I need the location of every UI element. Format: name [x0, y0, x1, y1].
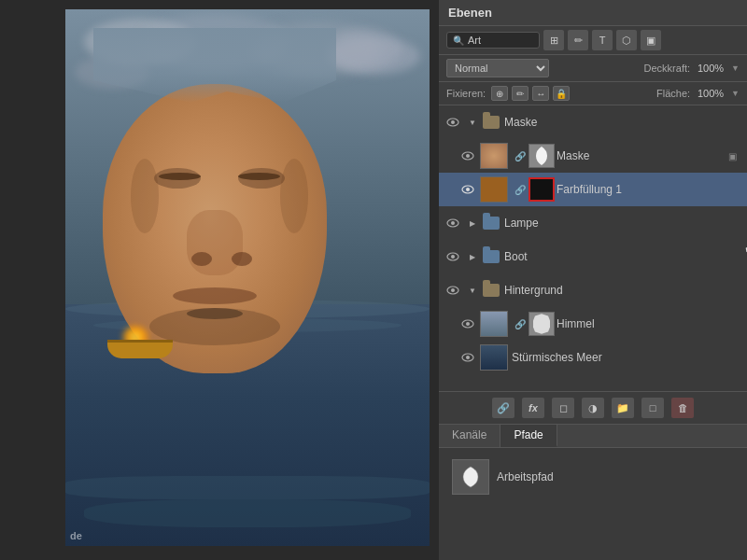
adjust-bottom-btn[interactable]: ◑ [582, 398, 604, 418]
layer-farbfullung-name: Farbfüllung 1 [557, 183, 741, 196]
fix-icon-all[interactable]: 🔒 [553, 86, 570, 101]
layer-farbfullung[interactable]: 🔗 Farbfüllung 1 [439, 173, 747, 206]
expand-maske[interactable]: ▼ [465, 115, 480, 130]
link-bottom-btn[interactable]: 🔗 [492, 398, 514, 418]
canvas-image: de [65, 9, 430, 546]
tab-pfade[interactable]: Pfade [500, 425, 557, 447]
layer-maske-sub-name: Maske [557, 149, 723, 162]
layers-panel: Ebenen 🔍 ⊞ ✏ T ⬡ ▣ Normal Deckkraft: 100… [439, 0, 747, 560]
search-box[interactable]: 🔍 [446, 32, 540, 49]
eye-himmel[interactable] [459, 315, 476, 332]
meer-thumb [480, 344, 508, 371]
giant-head [93, 28, 336, 373]
chain-maske-sub: 🔗 [514, 149, 527, 162]
maske-sub-thumb [480, 143, 508, 169]
search-input[interactable] [468, 35, 524, 46]
layers-toolbar: 🔍 ⊞ ✏ T ⬡ ▣ [439, 26, 747, 55]
layer-hintergrund-name: Hintergrund [504, 284, 741, 297]
expand-boot[interactable]: ▶ [465, 249, 480, 264]
chain-farbfullung: 🔗 [514, 183, 527, 196]
folder-boot-icon [482, 249, 500, 264]
flache-value: 100% [696, 88, 724, 99]
canvas-area: de [0, 0, 439, 560]
watermark: de [70, 530, 82, 541]
panel-tabs: Kanäle Pfade [439, 424, 747, 448]
pfade-panel: Arbeitspfad [439, 448, 747, 560]
layer-boot-group[interactable]: ▶ Boot ↖ [439, 240, 747, 273]
search-icon: 🔍 [453, 35, 464, 46]
tab-kanale[interactable]: Kanäle [439, 425, 500, 447]
flache-label: Fläche: [656, 88, 690, 99]
panel-title: Ebenen [439, 0, 747, 26]
svg-point-9 [451, 255, 455, 259]
folder-lampe-icon [482, 216, 500, 231]
opacity-value: 100% [696, 63, 724, 74]
mouse-cursor: ↖ [742, 241, 747, 260]
expand-hintergrund[interactable]: ▼ [465, 283, 480, 298]
fix-icon-move[interactable]: ⊕ [491, 86, 508, 101]
farbfullung-color-thumb [480, 176, 508, 203]
eye-boot[interactable] [444, 248, 461, 265]
svg-point-1 [451, 120, 455, 124]
opacity-label: Deckkraft: [644, 63, 691, 74]
layer-lampe-name: Lampe [504, 217, 741, 230]
chain-himmel: 🔗 [514, 317, 527, 330]
layer-himmel-name: Himmel [557, 317, 741, 330]
eye-farbfullung[interactable] [459, 181, 476, 198]
delete-layer-btn[interactable]: 🗑 [671, 398, 694, 418]
eye-maske-sub[interactable] [459, 147, 476, 164]
layer-meer-name: Stürmisches Meer [512, 351, 741, 364]
blend-opacity-row: Normal Deckkraft: 100% ▼ [439, 55, 747, 82]
arbeitspfad-thumb [452, 459, 489, 495]
path-item-arbeitspfad[interactable]: Arbeitspfad [446, 455, 740, 498]
layer-meer[interactable]: Stürmisches Meer [439, 341, 747, 374]
fixieren-row: Fixieren: ⊕ ✏ ↔ 🔒 Fläche: 100% ▼ [439, 82, 747, 105]
icon-btn-3[interactable]: T [592, 30, 613, 50]
fix-icons-group: ⊕ ✏ ↔ 🔒 [491, 86, 570, 101]
layer-himmel[interactable]: 🔗 Himmel [439, 307, 747, 341]
layer-maske-name: Maske [504, 116, 741, 129]
himmel-mask [529, 312, 555, 336]
arbeitspfad-name: Arbeitspfad [497, 470, 554, 483]
layer-lampe-group[interactable]: ▶ Lampe [439, 206, 747, 240]
layers-list[interactable]: ▼ Maske 🔗 Maske [439, 105, 747, 391]
folder-hintergrund-icon [482, 283, 500, 298]
folder-bottom-btn[interactable]: 📁 [612, 398, 634, 418]
layer-options-icon[interactable]: ▣ [723, 147, 741, 165]
new-layer-btn[interactable]: □ [641, 398, 664, 418]
farbfullung-mask-thumb [529, 177, 555, 202]
fixieren-label: Fixieren: [446, 88, 486, 99]
maske-sub-mask [529, 144, 555, 168]
layer-maske-sub[interactable]: 🔗 Maske ▣ [439, 139, 747, 173]
fix-icon-position[interactable]: ↔ [532, 86, 549, 101]
fix-icon-draw[interactable]: ✏ [512, 86, 529, 101]
himmel-thumb [480, 311, 508, 337]
layer-hintergrund-group[interactable]: ▼ Hintergrund [439, 273, 747, 307]
icon-btn-2[interactable]: ✏ [568, 30, 588, 50]
svg-point-15 [466, 356, 470, 359]
empty-space [439, 374, 747, 391]
eye-lampe[interactable] [444, 215, 461, 231]
expand-lampe[interactable]: ▶ [465, 216, 480, 231]
svg-point-7 [451, 221, 455, 225]
blend-mode-select[interactable]: Normal [446, 59, 549, 77]
eye-hintergrund[interactable] [444, 282, 461, 299]
icon-btn-5[interactable]: ▣ [641, 30, 661, 50]
eye-maske-group[interactable] [444, 114, 461, 131]
svg-point-3 [466, 154, 470, 158]
boat-element [103, 330, 177, 358]
layer-maske-group[interactable]: ▼ Maske [439, 105, 747, 139]
mask-bottom-btn[interactable]: ◻ [552, 398, 574, 418]
icon-btn-1[interactable]: ⊞ [543, 30, 564, 50]
fx-bottom-btn[interactable]: fx [522, 398, 544, 418]
layers-bottom-toolbar: 🔗 fx ◻ ◑ 📁 □ 🗑 [439, 391, 747, 424]
layer-boot-name: Boot [504, 250, 741, 263]
folder-maske-icon [482, 115, 500, 130]
eye-meer[interactable] [459, 349, 476, 366]
svg-point-11 [451, 288, 455, 292]
svg-point-5 [466, 188, 470, 191]
icon-btn-4[interactable]: ⬡ [616, 30, 637, 50]
svg-point-13 [466, 322, 470, 326]
